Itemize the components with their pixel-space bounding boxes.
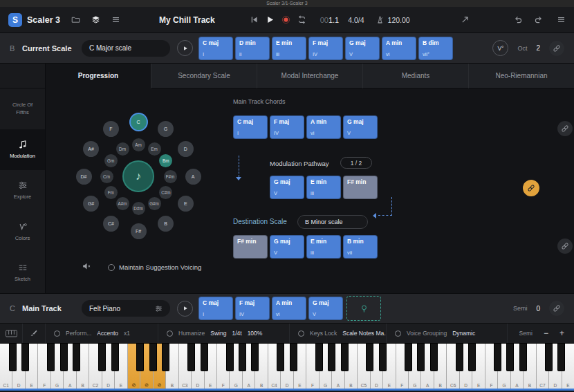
piano-key-ds5[interactable] [379,344,387,371]
cof-note-cs[interactable]: C# [103,216,119,232]
piano-key-cs6[interactable] [456,344,463,371]
export-icon[interactable] [461,15,470,24]
folder-icon[interactable] [71,15,80,24]
chord-tile-b-dim[interactable]: B dimvii° [418,37,453,60]
semi-minus-button[interactable]: − [544,328,548,338]
piano-key-cs5[interactable] [366,344,373,371]
brush-icon[interactable] [23,324,46,343]
chord-tile-fs-min[interactable]: F# min [233,235,268,259]
loop-icon[interactable] [297,15,306,24]
play-icon[interactable] [266,15,275,24]
sidebar-item-colors[interactable]: Colors [0,212,45,252]
main-chords-link-button[interactable] [557,121,573,136]
chord-tile-c-maj[interactable]: C majI [198,37,233,60]
position-display[interactable]: 001.1 [320,16,340,24]
speaker-mute-icon[interactable] [82,261,91,271]
piano-key-ds4[interactable] [290,344,297,371]
tab-progression[interactable]: Progression [46,64,151,88]
skip-back-icon[interactable] [250,15,259,24]
cof-note-e[interactable]: E [178,196,194,212]
chord-tile-g-maj[interactable]: G majV [270,235,304,259]
piano-key-as1[interactable] [73,344,80,371]
chord-tile-fs-min[interactable]: F# min [343,176,378,199]
piano-key-cs1[interactable] [9,344,17,371]
chord-tile-g-maj[interactable]: G majV [345,37,380,60]
chord-tile-f-maj[interactable]: F majIV [308,37,343,60]
tab-modal-interchange[interactable]: Modal Interchange [257,64,363,88]
piano-key-cs3[interactable] [187,344,195,371]
chord-tile-d-min[interactable]: D minii [235,37,270,60]
destination-scale-selector[interactable]: B Minor scale [297,215,368,229]
chord-tile-a-min[interactable]: A minvi [272,297,306,320]
presets-icon[interactable] [91,15,100,24]
cof-minor-gsm[interactable]: G#m [148,197,161,210]
piano-key-ds1[interactable] [21,344,29,371]
cof-note-b[interactable]: B [158,216,174,232]
piano-key-fs6[interactable] [494,344,501,371]
cof-minor-bm[interactable]: Bm [159,154,172,167]
cof-note-f[interactable]: F [103,121,119,137]
redo-icon[interactable] [534,15,543,24]
piano-key-as4[interactable] [341,344,349,371]
piano-key-gs6[interactable] [506,344,514,371]
cof-note-d[interactable]: D [178,141,194,157]
cof-minor-csm[interactable]: C#m [159,186,172,199]
cof-minor-dsm[interactable]: D#m [132,202,145,215]
radio-icon[interactable] [395,330,401,337]
chord-tile-g-maj[interactable]: G majV [270,176,304,199]
chord-tile-g-maj[interactable]: G majV [308,297,343,320]
tab-mediants[interactable]: Mediants [363,64,469,88]
maintain-voicing-radio[interactable] [108,264,115,271]
record-icon[interactable] [281,15,290,24]
keyboard-icon[interactable] [0,324,23,343]
cof-minor-dm[interactable]: Dm [116,142,129,156]
piano-key-fs2[interactable] [136,344,144,371]
scale-link-button[interactable] [549,41,564,56]
track-play-button[interactable] [177,301,193,317]
cof-note-c[interactable]: C [131,114,147,130]
tab-secondary-scale[interactable]: Secondary Scale [151,64,257,88]
undo-icon[interactable] [514,15,523,24]
track-link-button[interactable] [549,301,564,316]
pathway-link-button[interactable] [523,180,539,196]
piano-key-gs1[interactable] [60,344,68,371]
tab-neo-riemannian[interactable]: Neo-Riemannian [469,64,574,88]
piano-key-fs5[interactable] [405,344,412,371]
piano-key-fs3[interactable] [226,344,234,371]
scale-selector[interactable]: C Major scale [82,40,170,57]
sidebar-item-explore[interactable]: Explore [0,170,45,211]
sidebar-item-modulation[interactable]: Modulation [0,129,45,170]
piano-key-as6[interactable] [519,344,527,371]
cof-minor-gm[interactable]: Gm [104,154,118,167]
sidebar-item-sketch[interactable]: Sketch [0,252,45,293]
radio-icon[interactable] [54,330,60,337]
piano-key-as2[interactable] [162,344,169,371]
pathway-page-indicator[interactable]: 1 / 2 [340,157,372,169]
chord-tile-a-min[interactable]: A minvi [306,115,341,139]
instrument-settings-icon[interactable] [155,305,163,312]
piano-key-gs2[interactable] [149,344,157,371]
cof-note-a[interactable]: A [185,169,201,185]
semi-value[interactable]: 0 [536,305,540,312]
metronome-icon[interactable] [376,15,385,24]
cof-minor-fm[interactable]: Fm [104,186,118,199]
piano-key-ds3[interactable] [201,344,208,371]
cof-center[interactable]: ♪ [122,160,154,192]
piano-key-ds6[interactable] [468,344,476,371]
cof-note-as[interactable]: A# [83,141,99,157]
radio-icon[interactable] [167,330,173,337]
sidebar-item-circle-of-fifths[interactable]: Circle Of Fifths [0,88,45,129]
cof-note-g[interactable]: G [158,121,174,137]
chord-tile-a-min[interactable]: A minvi [382,37,416,60]
track-title[interactable]: My Chill Track [159,15,215,25]
chord-tile-c-maj[interactable]: C majI [198,297,233,320]
chord-tile-g-maj[interactable]: G majV [343,115,378,139]
cof-minor-cm[interactable]: Cm [100,170,113,183]
piano-key-fs1[interactable] [47,344,55,371]
piano-key-ds2[interactable] [111,344,119,371]
chord-suggestion-slot[interactable] [346,296,381,321]
cof-note-gs[interactable]: G# [83,196,99,212]
chord-tile-e-min[interactable]: E miniii [306,235,341,259]
chord-tile-b-min[interactable]: B minvii [343,235,378,259]
chord-tile-e-min[interactable]: E miniii [272,37,306,60]
